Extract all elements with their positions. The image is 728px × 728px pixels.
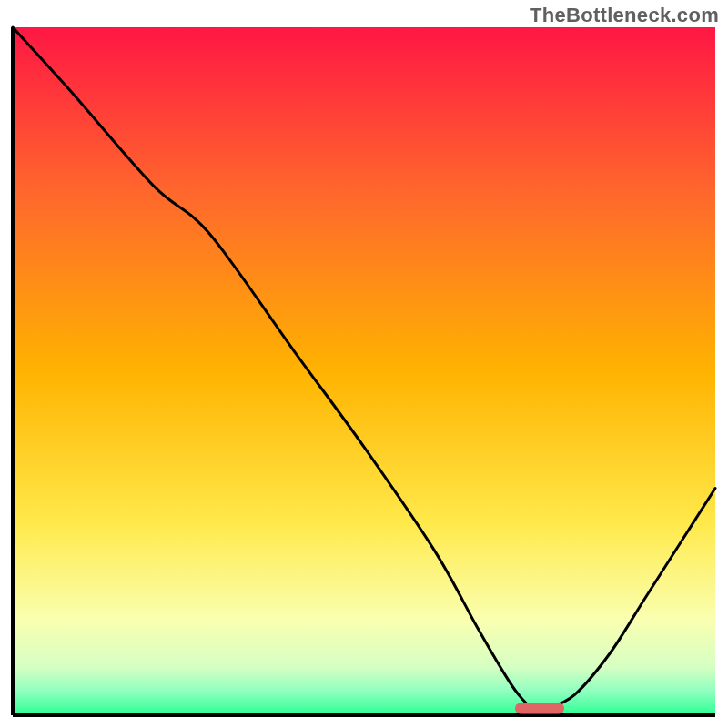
watermark-text: TheBottleneck.com (530, 4, 719, 27)
chart-frame: TheBottleneck.com (0, 0, 728, 728)
optimal-marker (515, 703, 564, 713)
bottleneck-chart (0, 0, 728, 728)
gradient-background (13, 27, 715, 715)
